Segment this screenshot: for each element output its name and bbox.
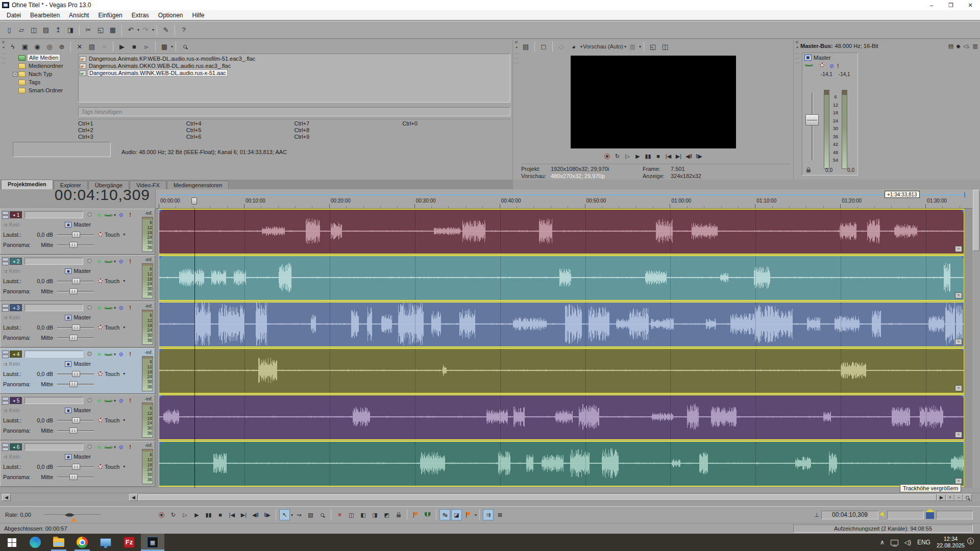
copy-frame-button[interactable]: ◱	[647, 41, 658, 52]
open-button[interactable]: ▱	[16, 24, 27, 36]
track-header[interactable]: ◄5 ≋ o▬o ▾ ⊘ ! -Inf. ⇉ Kein ▣ Master	[0, 394, 155, 440]
track-minimize-button[interactable]	[2, 304, 9, 308]
track-restore-button[interactable]	[2, 447, 9, 451]
record-button[interactable]	[156, 509, 167, 520]
paste-button[interactable]: ▦	[107, 24, 118, 36]
track-fx-icon[interactable]: ≋	[95, 398, 103, 404]
close-button[interactable]: ✕	[961, 0, 980, 10]
record-arm-icon[interactable]	[87, 259, 92, 263]
cursor-time-field[interactable]: 00:04:10,309	[821, 511, 878, 519]
solo-icon[interactable]: !	[126, 397, 134, 404]
track-plugin-icon[interactable]: o▬o	[104, 306, 112, 310]
track-plugin-icon[interactable]: o▬o	[104, 259, 112, 264]
master-solo-icon[interactable]: !	[837, 63, 839, 69]
track-minimize-button[interactable]	[2, 211, 9, 215]
menu-bearbeiten[interactable]: Bearbeiten	[26, 11, 64, 20]
event-fade-handle[interactable]	[159, 395, 162, 398]
minimize-button[interactable]: –	[922, 0, 941, 10]
volume-slider[interactable]	[57, 278, 94, 284]
preview-play-button[interactable]: ▶	[633, 152, 643, 161]
mute-icon[interactable]: ⊘	[117, 258, 125, 265]
event-overlay-button[interactable]: ◇	[556, 41, 567, 52]
split-trim-left-button[interactable]: ◧	[358, 509, 369, 520]
automation-gear-icon[interactable]	[98, 279, 103, 283]
play-from-start-button[interactable]: ▷	[180, 509, 190, 520]
quality-label[interactable]: Vorschau (Auto)	[583, 41, 623, 52]
menu-hilfe[interactable]: Hilfe	[188, 11, 209, 20]
event-fade-handle[interactable]	[961, 256, 964, 259]
redo-button[interactable]: ↷	[140, 24, 151, 36]
capture-video-button[interactable]: ◉	[32, 41, 43, 52]
track-restore-button[interactable]	[2, 308, 9, 312]
track-header[interactable]: ◄4 ≋ o▬o ▾ ⊘ ! -Inf. ⇉ Kein ▣ Master	[0, 348, 155, 394]
chevron-down-icon[interactable]: ▾	[123, 418, 125, 422]
menu-extras[interactable]: Extras	[127, 11, 154, 20]
event-fade-handle[interactable]	[961, 349, 964, 352]
track-plugin-icon[interactable]: o▬o	[104, 445, 112, 449]
pan-slider[interactable]	[57, 381, 94, 387]
pan-slider[interactable]	[57, 242, 94, 248]
taskbar-edge[interactable]	[23, 534, 47, 551]
fader-lock-icon[interactable]	[806, 169, 811, 172]
track-fx-icon[interactable]: ≋	[95, 305, 103, 311]
preview-go-start-button[interactable]: |◀	[664, 152, 674, 161]
solo-icon[interactable]: !	[126, 212, 134, 218]
loop-playback-button[interactable]: ↻	[168, 509, 179, 520]
input-routing-icon[interactable]: ⇉	[3, 408, 7, 413]
auto-preview-toggle[interactable]: ϟ	[7, 41, 18, 52]
track-header[interactable]: ◄1 ≋ o▬o ▾ ⊘ ! -Inf. ⇉ Kein ▣ Master	[0, 209, 155, 255]
tags-input[interactable]	[79, 108, 510, 116]
menu-ansicht[interactable]: Ansicht	[64, 11, 93, 20]
publish-button[interactable]: ↥	[53, 24, 64, 36]
menu-einfügen[interactable]: Einfügen	[93, 11, 127, 20]
media-fx-button[interactable]: ≈	[99, 41, 110, 52]
quality-button[interactable]: ◕	[568, 41, 579, 52]
import-media-button[interactable]: ▣	[19, 41, 31, 52]
track-header[interactable]: ◄2 ≋ o▬o ▾ ⊘ ! -Inf. ⇉ Kein ▣ Master	[0, 255, 155, 301]
chevron-down-icon[interactable]: ▾	[152, 28, 154, 32]
envelope-tool[interactable]: ↝	[293, 509, 304, 520]
chevron-down-icon[interactable]: ▾	[137, 28, 139, 32]
insert-marker-button[interactable]	[410, 509, 421, 520]
taskbar-explorer[interactable]	[47, 534, 70, 551]
master-automation-icon[interactable]	[820, 63, 824, 67]
tab-explorer[interactable]: Explorer	[54, 181, 88, 189]
render-as-button[interactable]: ◨	[65, 24, 76, 36]
maximize-button[interactable]: ❐	[941, 0, 961, 10]
volume-slider[interactable]	[57, 232, 94, 238]
meter-options-button[interactable]: ▥	[973, 43, 978, 49]
taskbar-chrome[interactable]	[70, 534, 94, 551]
trim-event-button[interactable]: ◫	[346, 509, 357, 520]
selection-start-field[interactable]	[887, 511, 924, 519]
track-name-input[interactable]	[24, 258, 83, 265]
track-fx-icon[interactable]: ≋	[95, 444, 103, 450]
preview-next-frame-button[interactable]: ‖▶	[694, 152, 704, 161]
pause-button[interactable]: ▮▮	[203, 509, 214, 520]
chevron-down-icon[interactable]: ▾	[114, 306, 116, 310]
sidebar-item-alle-medien[interactable]: Alle Medien	[13, 54, 77, 62]
snapping-toggle[interactable]: ↹	[439, 509, 450, 520]
network-icon[interactable]	[891, 540, 898, 545]
save-frame-button[interactable]: ◫	[659, 41, 671, 52]
bus-assign-button[interactable]: ▣	[65, 222, 71, 228]
event-fx-badge[interactable]: ≈	[955, 339, 962, 345]
record-arm-icon[interactable]	[87, 352, 92, 356]
input-routing-icon[interactable]: ⇉	[3, 361, 7, 367]
audio-event[interactable]: ≈	[159, 209, 964, 255]
record-arm-icon[interactable]	[87, 305, 92, 310]
track-name-input[interactable]	[24, 350, 83, 358]
track-fx-icon[interactable]: ≋	[95, 352, 103, 357]
vertical-scrollbar[interactable]	[972, 189, 980, 488]
audio-event[interactable]: ≈	[159, 255, 964, 301]
chevron-down-icon[interactable]: ▾	[171, 44, 173, 49]
taskbar-filezilla[interactable]: Fz	[117, 534, 141, 551]
track-name-input[interactable]	[24, 211, 83, 218]
playhead-cursor[interactable]	[194, 209, 195, 488]
cursor-handle[interactable]	[191, 197, 197, 205]
selection-tool[interactable]: ▧	[305, 509, 316, 520]
delete-button[interactable]: ✕	[334, 509, 345, 520]
scroll-left-button[interactable]: ◀	[129, 494, 138, 501]
chevron-down-icon[interactable]: ▾	[123, 325, 125, 330]
stop-button[interactable]: ■	[215, 509, 226, 520]
track-name-input[interactable]	[24, 304, 83, 311]
